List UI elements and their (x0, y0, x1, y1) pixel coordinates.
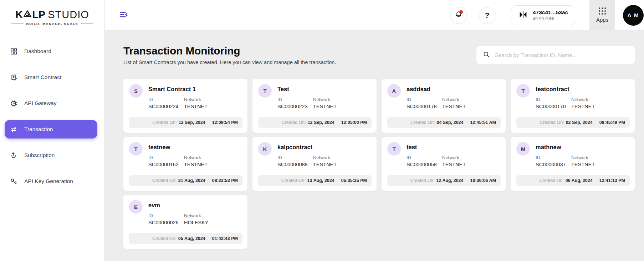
network-label: Network (442, 97, 466, 102)
content-header: Transaction Monitoring List of Smart Con… (123, 45, 635, 65)
page-titles: Transaction Monitoring List of Smart Con… (123, 45, 336, 65)
network-label: Network (442, 155, 466, 160)
subscription-icon (10, 151, 17, 159)
contract-id: SC00000088 (277, 162, 313, 167)
wallet-balance: 49.99 GINI (533, 16, 568, 21)
dashboard-icon (10, 47, 17, 55)
id-label: ID (536, 97, 571, 102)
contract-id: SC00000162 (148, 162, 184, 167)
id-label: ID (277, 155, 313, 160)
created-on-label: Created On: (410, 178, 434, 183)
created-on-bar: Created On: 13 Aug, 2024 05:35:25 PM (258, 175, 372, 186)
gini-token-icon (518, 9, 528, 21)
created-date: 13 Aug, 2024 (307, 178, 334, 183)
created-on-bar: Created On: 04 Sep, 2024 12:45:51 AM (387, 117, 501, 128)
created-on-label: Created On: (540, 120, 564, 125)
contract-initial-avatar: K (258, 142, 272, 156)
help-button[interactable]: ? (479, 7, 495, 24)
contract-network: TESTNET (571, 162, 595, 167)
wallet-chip[interactable]: 473c41...53ac 49.99 GINI (511, 5, 575, 25)
user-avatar-button[interactable]: A M (623, 5, 644, 26)
created-on-label: Created On: (410, 120, 435, 125)
contract-card[interactable]: T testcontract ID SC00000170 Network TES… (511, 79, 635, 133)
created-on-label: Created On: (282, 120, 306, 125)
created-on-bar: Created On: 12 Sep, 2024 12:05:00 PM (258, 117, 372, 128)
network-label: Network (571, 97, 595, 102)
api-gateway-icon (10, 99, 17, 107)
id-label: ID (148, 213, 184, 218)
created-time: 08:45:49 PM (599, 120, 625, 125)
contract-card[interactable]: E evm ID SC00000026 Network HOLESKY Crea… (123, 195, 247, 249)
kalp-studio-logo: K LP STUDIO BUILD. MANAGE. SCALE (0, 0, 104, 31)
page-title: Transaction Monitoring (123, 45, 336, 57)
sidebar: K LP STUDIO BUILD. MANAGE. SCALE Dashboa… (0, 0, 105, 261)
created-date: 06 Aug, 2024 (566, 178, 593, 183)
contract-network: TESTNET (313, 104, 337, 109)
created-date: 12 Sep, 2024 (308, 120, 334, 125)
contract-initial-avatar: S (129, 84, 143, 98)
contract-initial-avatar: T (258, 84, 272, 98)
tagline-rule-left (11, 24, 24, 24)
tagline-rule-right (81, 24, 93, 24)
created-time: 12:05:00 PM (341, 120, 367, 125)
contract-network: TESTNET (571, 104, 595, 109)
contract-id: SC00000178 (407, 104, 442, 109)
contract-network: TESTNET (184, 162, 208, 167)
id-label: ID (277, 97, 313, 102)
search-icon (483, 51, 490, 59)
contract-initial-avatar: A (387, 84, 401, 98)
page-subtitle: List of Smart Contracts you have created… (123, 59, 336, 65)
smart-contract-icon (10, 73, 17, 81)
contract-card[interactable]: K kalpcontract ID SC00000088 Network TES… (252, 137, 377, 191)
id-label: ID (148, 155, 184, 160)
content-area: Transaction Monitoring List of Smart Con… (105, 31, 644, 261)
id-label: ID (148, 97, 184, 102)
contract-card[interactable]: S Smart Contract 1 ID SC00000224 Network… (123, 79, 247, 133)
created-on-label: Created On: (281, 178, 306, 183)
question-mark-icon: ? (485, 11, 490, 20)
wallet-address: 473c41...53ac (533, 9, 568, 16)
collapse-sidebar-button[interactable] (118, 9, 130, 22)
contract-card[interactable]: A asddsad ID SC00000178 Network TESTNET … (382, 79, 506, 133)
contract-name: testcontract (536, 84, 595, 93)
created-on-bar: Created On: 12 Aug, 2024 10:36:06 AM (387, 175, 501, 186)
api-key-icon (10, 177, 17, 185)
contract-network: TESTNET (442, 104, 466, 109)
notifications-button[interactable] (450, 7, 467, 24)
contract-name: mathnew (536, 142, 595, 151)
collapse-menu-icon (119, 10, 128, 20)
sidebar-nav: Dashboard Smart Contract API Gateway Tra… (0, 42, 104, 190)
created-date: 31 Aug, 2024 (178, 178, 205, 183)
sidebar-item-subscription[interactable]: Subscription (5, 146, 97, 165)
sidebar-item-transaction[interactable]: Transaction (5, 120, 97, 139)
logo-tagline: BUILD. MANAGE. SCALE (11, 22, 93, 26)
contract-initial-avatar: T (387, 142, 401, 156)
contract-network: TESTNET (442, 162, 466, 167)
network-label: Network (184, 97, 208, 102)
topbar: ? 473c41...53ac 49.99 GINI (105, 0, 644, 31)
contract-card[interactable]: T testnew ID SC00000162 Network TESTNET … (123, 137, 247, 191)
contract-name: evm (148, 200, 209, 209)
created-date: 04 Sep, 2024 (436, 120, 463, 125)
sidebar-item-dashboard[interactable]: Dashboard (5, 42, 97, 61)
contract-network: TESTNET (184, 104, 208, 109)
created-date: 12 Aug, 2024 (436, 178, 464, 183)
sidebar-item-smart-contract[interactable]: Smart Contract (5, 68, 97, 87)
network-label: Network (313, 97, 337, 102)
created-time: 12:45:51 AM (470, 120, 496, 125)
created-on-bar: Created On: 05 Aug, 2024 01:42:43 PM (129, 233, 242, 244)
apps-button[interactable]: Apps (589, 0, 615, 30)
contract-card[interactable]: T Test ID SC00000223 Network TESTNET Cre… (252, 79, 377, 133)
contract-name: kalpcontract (277, 142, 337, 151)
created-time: 12:09:54 PM (212, 120, 238, 125)
contract-card[interactable]: T test ID SC00000058 Network TESTNET Cre… (382, 137, 506, 191)
contract-card[interactable]: M mathnew ID SC00000037 Network TESTNET … (511, 137, 635, 191)
search-input[interactable] (494, 52, 628, 58)
contract-initial-avatar: T (129, 142, 143, 156)
created-on-bar: Created On: 31 Aug, 2024 08:22:53 PM (129, 175, 242, 186)
sidebar-item-api-gateway[interactable]: API Gateway (5, 94, 97, 113)
created-time: 08:22:53 PM (212, 178, 238, 183)
contract-name: test (407, 142, 466, 151)
contract-name: Smart Contract 1 (148, 84, 208, 93)
sidebar-item-api-key-generation[interactable]: API Key Generation (5, 172, 97, 190)
